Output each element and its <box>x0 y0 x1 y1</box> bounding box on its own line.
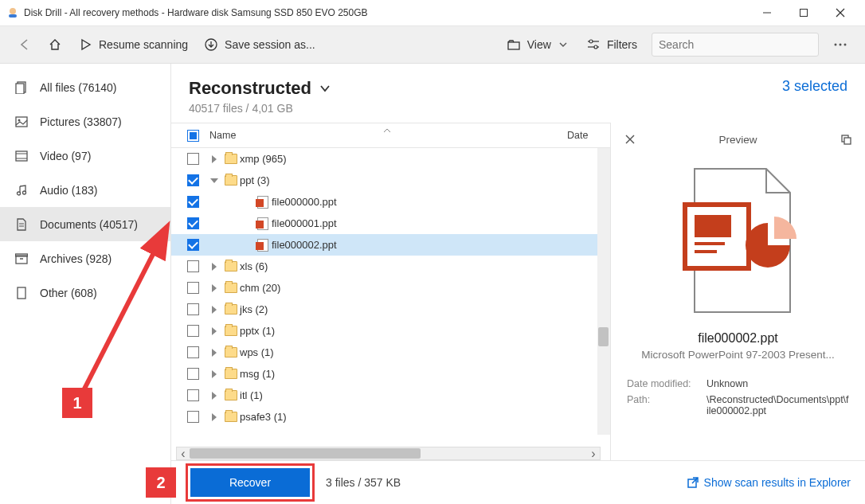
expand-icon[interactable] <box>206 392 222 400</box>
collapse-icon[interactable] <box>206 178 222 183</box>
scroll-right-arrow[interactable]: › <box>587 447 600 459</box>
folder-icon <box>222 326 240 336</box>
file-name: file000002.ppt <box>272 239 602 251</box>
expand-icon[interactable] <box>206 284 222 292</box>
file-row[interactable]: xls (6) <box>171 256 610 277</box>
annotation-badge-1: 1 <box>62 388 92 418</box>
sidebar-item-audio[interactable]: Audio (183) <box>0 173 170 207</box>
row-checkbox[interactable] <box>179 282 206 294</box>
folder-icon <box>222 175 240 186</box>
file-row[interactable]: itl (1) <box>171 385 610 406</box>
sidebar-item-label: Pictures (33807) <box>40 115 122 128</box>
preview-popout-button[interactable] <box>836 134 855 145</box>
row-checkbox[interactable] <box>179 325 206 337</box>
toolbar: Resume scanning Save session as... View … <box>0 26 865 64</box>
ppt-icon <box>254 239 272 252</box>
recover-button[interactable]: Recover <box>190 468 310 497</box>
expand-icon[interactable] <box>206 263 222 271</box>
row-checkbox[interactable] <box>179 389 206 401</box>
file-row[interactable]: xmp (965) <box>171 148 610 170</box>
annotation-badge-2: 2 <box>146 467 176 498</box>
ppt-icon <box>254 196 272 209</box>
expand-icon[interactable] <box>206 349 222 357</box>
svg-marker-6 <box>82 40 90 49</box>
preview-filename: file000002.ppt <box>698 331 778 346</box>
file-row[interactable]: pptx (1) <box>171 320 610 342</box>
row-checkbox[interactable] <box>179 260 206 272</box>
row-checkbox[interactable] <box>179 174 206 186</box>
show-in-explorer-link[interactable]: Show scan results in Explorer <box>687 476 851 489</box>
file-row[interactable]: chm (20) <box>171 277 610 299</box>
search-input[interactable] <box>659 38 812 51</box>
file-row[interactable]: wps (1) <box>171 342 610 363</box>
row-checkbox[interactable] <box>179 411 206 423</box>
scroll-left-arrow[interactable]: ‹ <box>177 447 190 459</box>
sidebar-item-label: Video (97) <box>40 150 91 162</box>
sidebar-item-label: Other (608) <box>40 287 97 299</box>
audio-icon <box>14 184 29 197</box>
file-row[interactable]: file000002.ppt <box>171 234 610 256</box>
sidebar-item-label: Archives (928) <box>40 252 112 265</box>
file-row[interactable]: msg (1) <box>171 363 610 385</box>
folder-icon <box>222 304 240 315</box>
selected-count[interactable]: 3 selected <box>782 78 847 95</box>
window-close-button[interactable] <box>822 0 859 26</box>
preview-close-button[interactable] <box>620 134 640 145</box>
svg-point-14 <box>840 44 842 46</box>
back-button[interactable] <box>10 30 40 59</box>
scrollbar-thumb[interactable] <box>598 327 609 346</box>
window-title: Disk Drill - All recovery methods - Hard… <box>24 7 749 18</box>
sidebar-item-archives[interactable]: Archives (928) <box>0 241 170 275</box>
window-titlebar: Disk Drill - All recovery methods - Hard… <box>0 0 865 26</box>
main-title-dropdown[interactable]: Reconstructed <box>189 78 782 99</box>
svg-rect-20 <box>16 151 27 161</box>
resume-scanning-button[interactable]: Resume scanning <box>70 30 196 59</box>
view-button[interactable]: View <box>499 30 578 59</box>
svg-rect-3 <box>800 10 808 17</box>
expand-icon[interactable] <box>206 370 222 378</box>
expand-icon[interactable] <box>206 327 222 335</box>
sliders-icon <box>586 37 601 52</box>
row-checkbox[interactable] <box>179 346 206 358</box>
sidebar-item-other[interactable]: Other (608) <box>0 275 170 310</box>
save-session-button[interactable]: Save session as... <box>196 30 323 59</box>
expand-icon[interactable] <box>206 155 222 163</box>
filters-label: Filters <box>607 38 637 51</box>
row-checkbox[interactable] <box>179 153 206 165</box>
list-header: Name Date <box>171 123 610 148</box>
column-name-header[interactable]: Name <box>206 130 567 141</box>
svg-point-19 <box>18 119 21 121</box>
row-checkbox[interactable] <box>179 217 206 229</box>
home-button[interactable] <box>40 30 70 59</box>
file-row[interactable]: file000001.ppt <box>171 213 610 234</box>
row-checkbox[interactable] <box>179 239 206 251</box>
vertical-scrollbar[interactable] <box>597 148 610 435</box>
expand-icon[interactable] <box>206 306 222 314</box>
scrollbar-thumb[interactable] <box>190 448 421 459</box>
chevron-down-icon <box>556 37 570 52</box>
sidebar-item-video[interactable]: Video (97) <box>0 139 170 173</box>
file-name: wps (1) <box>240 346 602 358</box>
file-row[interactable]: psafe3 (1) <box>171 406 610 428</box>
row-checkbox[interactable] <box>179 196 206 208</box>
column-date-header[interactable]: Date <box>567 130 602 141</box>
expand-icon[interactable] <box>206 413 222 421</box>
file-row[interactable]: jks (2) <box>171 299 610 320</box>
select-all-checkbox[interactable] <box>179 130 206 142</box>
row-checkbox[interactable] <box>179 303 206 315</box>
download-icon <box>204 37 218 52</box>
search-box[interactable] <box>652 33 819 57</box>
row-checkbox[interactable] <box>179 368 206 380</box>
filters-button[interactable]: Filters <box>578 30 645 59</box>
sidebar-item-pictures[interactable]: Pictures (33807) <box>0 104 170 139</box>
more-button[interactable] <box>825 30 855 59</box>
file-list[interactable]: xmp (965)ppt (3)file000000.pptfile000001… <box>171 148 610 446</box>
folder-icon <box>222 369 240 379</box>
file-row[interactable]: ppt (3) <box>171 170 610 191</box>
sidebar-item-documents[interactable]: Documents (40517) <box>0 207 170 241</box>
file-row[interactable]: file000000.ppt <box>171 191 610 213</box>
horizontal-scrollbar[interactable]: ‹ › <box>176 447 601 460</box>
sidebar-item-all-files[interactable]: All files (76140) <box>0 70 170 104</box>
window-minimize-button[interactable] <box>749 0 785 26</box>
window-maximize-button[interactable] <box>785 0 822 26</box>
